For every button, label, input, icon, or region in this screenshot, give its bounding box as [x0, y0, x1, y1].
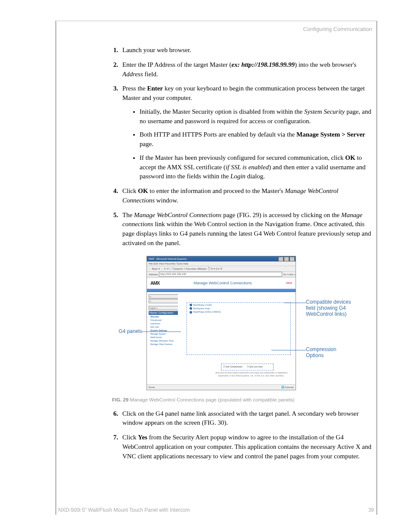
footer-left: NXD-500i 5" Wall/Flush Mount Touch Panel… [58, 507, 190, 513]
collapse-2[interactable]: » [149, 299, 179, 303]
use-low-color-checkbox[interactable]: ☐ Use Low color [247, 365, 263, 368]
bullet-3: If the Master has been previously config… [140, 153, 372, 181]
s7b: from the Security Alert popup window to … [122, 434, 371, 460]
running-header: Configuring Communication [303, 26, 372, 32]
step-list-cont: Click on the G4 panel name link associat… [69, 409, 372, 461]
device-0-label: TechPubs-CV10 [193, 304, 212, 306]
s6a: Click on the G4 panel name link associat… [122, 410, 359, 426]
status-left: Done [149, 386, 155, 389]
go-button[interactable]: Go [283, 272, 286, 277]
callout-devices: Compatible devices field (showing G4 Web… [306, 299, 353, 317]
window-title: AMX - Microsoft Internet Explorer [149, 258, 187, 260]
tool-bar[interactable]: ← Back ▾ → ✕ ⟳ ⌂ 🔍Search ☆Favorites ⊕Med… [147, 266, 296, 272]
close-icon[interactable] [290, 257, 295, 261]
nav-sys-3[interactable]: Manage Other Devices [149, 342, 179, 346]
login-button[interactable]: Log in » [149, 306, 179, 310]
c2-label: Use Low color [249, 365, 263, 368]
device-link-0[interactable]: TechPubs-CV10 [190, 304, 288, 306]
address-input[interactable]: http://192.192.192.192 [159, 272, 282, 277]
content-area: Launch your web browser. Enter the IP Ad… [69, 46, 372, 466]
s2b: ) into the web browser's [295, 61, 357, 68]
b3i: if SSL is enabled [226, 164, 269, 171]
page-footer: NXD-500i 5" Wall/Flush Mount Touch Panel… [58, 507, 374, 513]
b3ok: OK [345, 154, 355, 161]
rule-right [376, 21, 377, 515]
nav-sec-2[interactable]: SSL Cert [149, 325, 179, 329]
window-buttons [278, 257, 295, 261]
menu-bar[interactable]: File Edit View Favorites Tools Help [147, 261, 296, 266]
s2c: field. [143, 71, 158, 78]
step-2: Enter the IP Address of the target Maste… [120, 60, 372, 79]
amx-logo: AMX [150, 280, 159, 286]
b2a: Both HTTP and HTTPS Ports are enabled by… [140, 131, 296, 138]
nav-sys-1[interactable]: WebControl [149, 336, 179, 339]
bullet-2: Both HTTP and HTTPS Ports are enabled by… [140, 130, 372, 149]
step-3: Press the Enter key on your keyboard to … [120, 84, 372, 181]
s2a: Enter the IP Address of the target Maste… [122, 61, 231, 68]
step-1: Launch your web browser. [120, 46, 372, 55]
compression-box: ☐ Use Compression ☐ Use Low color [221, 364, 274, 370]
step-6: Click on the G4 panel name link associat… [120, 409, 372, 428]
s3-enter: Enter [147, 85, 163, 92]
address-bar: Address http://192.192.192.192 Go Links … [147, 272, 296, 277]
title-bar: AMX - Microsoft Internet Explorer [147, 256, 296, 261]
page: Configuring Communication Launch your we… [0, 0, 411, 532]
b1a: Initially, the Master Security option is… [140, 108, 304, 115]
figure-29: AMX - Microsoft Internet Explorer File E… [112, 256, 353, 394]
maximize-icon[interactable] [284, 257, 289, 261]
b2c: page. [140, 140, 153, 147]
b2b: Manage System > Server [296, 131, 365, 138]
b3login: Login [230, 173, 246, 180]
device-link-1[interactable]: Techpubs-mvp [190, 307, 288, 310]
leader-line-g4 [142, 331, 181, 332]
collapse-1[interactable]: « [149, 294, 179, 299]
s4ok: OK [138, 187, 148, 194]
b1i: System Security [304, 108, 345, 115]
step-3-bullets: Initially, the Master Security option is… [122, 107, 372, 181]
c1-label: Use Compression [225, 365, 243, 368]
page-number: 39 [368, 507, 374, 513]
page-header: AMX Manage WebControl Connections Java [147, 277, 296, 289]
caption-bold: FIG. 29 [112, 397, 128, 402]
nav-header: Master Configuration Navigation [149, 311, 179, 315]
main-area: TechPubs-CV10 Techpubs-mvp TechPubs-NXD-… [178, 292, 296, 384]
device-link-2[interactable]: TechPubs-NXD-1700VG [190, 311, 288, 313]
address-label: Address [149, 272, 158, 277]
s4a: Click [122, 187, 138, 194]
figure-caption: FIG. 29 Manage WebControl Connections pa… [112, 397, 372, 402]
b3d: dialog. [246, 173, 265, 180]
devices-box: TechPubs-CV10 Techpubs-mvp TechPubs-NXD-… [187, 302, 291, 355]
status-right: 🌐 Internet [281, 386, 294, 389]
nav-sec-0[interactable]: GroupLevel [149, 318, 179, 322]
globe-icon [190, 304, 192, 306]
java-fineprint: Java and all Java based trademarks and l… [212, 371, 290, 377]
nav-sec-1[interactable]: UserLevel [149, 322, 179, 325]
nav-sys-2[interactable]: Manage Shutdown Time [149, 339, 179, 342]
s7yes: Yes [138, 434, 147, 441]
s5a: The [122, 212, 134, 218]
callout-g4-panels: G4 panels [108, 328, 142, 334]
step-list: Launch your web browser. Enter the IP Ad… [69, 46, 372, 248]
step-1-text: Launch your web browser. [122, 47, 191, 53]
rule-top [55, 21, 377, 21]
b3a: If the Master has been previously config… [140, 154, 345, 161]
minimize-icon[interactable] [278, 257, 283, 261]
s5b: page (FIG. 29) is accessed by clicking o… [221, 212, 341, 218]
page-title: Manage WebControl Connections [193, 281, 252, 285]
s4c: window. [155, 197, 178, 204]
step-5: The Manage WebControl Connections page (… [120, 211, 372, 248]
browser-window: AMX - Microsoft Internet Explorer File E… [146, 256, 296, 390]
bullet-1: Initially, the Master Security option is… [140, 107, 372, 126]
links-button[interactable]: Links » [287, 272, 296, 277]
java-logo: Java [286, 281, 292, 284]
use-compression-checkbox[interactable]: ☐ Use Compression [223, 365, 243, 368]
nav-security[interactable]: Security [149, 315, 179, 318]
s4b: to enter the information and proceed to … [148, 187, 285, 194]
leader-line-compression [271, 350, 306, 351]
s5c: link within the Web Control section in t… [122, 221, 371, 246]
rule-left [55, 21, 56, 515]
nav-sys-0[interactable]: Manage System [149, 332, 179, 336]
s7a: Click [122, 434, 138, 441]
header-strip [147, 289, 296, 292]
device-2-label: TechPubs-NXD-1700VG [193, 311, 221, 313]
